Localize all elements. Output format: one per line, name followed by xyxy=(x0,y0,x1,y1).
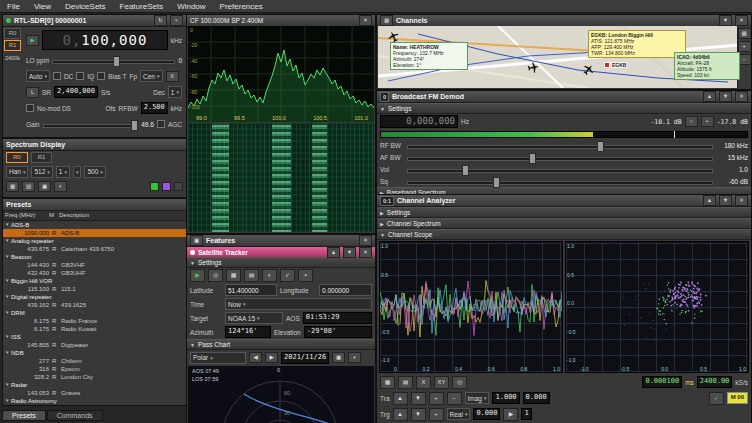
preset-row[interactable]: 143.053 R Graves xyxy=(3,389,186,397)
preset-row[interactable]: ▼ Digital repeater xyxy=(3,293,186,301)
rf-bw-slider[interactable] xyxy=(407,141,713,150)
airport-marker[interactable]: EGKB xyxy=(604,62,627,68)
preset-row[interactable]: 144.430 R GB3VHF xyxy=(3,261,186,269)
latitude-field[interactable]: 51.400000 xyxy=(225,284,277,296)
average-power-icon[interactable]: ○ xyxy=(685,116,698,127)
close-icon[interactable]: ✕ xyxy=(359,247,372,258)
channel-spectrum-header[interactable]: ▶ Channel Spectrum xyxy=(377,218,751,229)
col-freq[interactable]: Freq (MHz) xyxy=(5,211,49,220)
night-shade-icon[interactable]: ◐ xyxy=(348,352,361,363)
maxhold-toggle-icon[interactable]: ▣ xyxy=(38,181,51,192)
chart-type-combo[interactable]: Polar xyxy=(190,352,246,364)
autotrack-icon[interactable]: ◎ xyxy=(208,269,223,282)
fft-size-combo[interactable]: 512 xyxy=(31,166,52,178)
adsb-map[interactable]: Name: HEATHROW Frequency: 132.7 MHz Azim… xyxy=(378,26,750,88)
channel-scope-header[interactable]: ▼ Channel Scope xyxy=(377,229,751,240)
device-titlebar[interactable]: RTL-SDR[0] 00000001 ↻ ▪ xyxy=(3,15,186,27)
deviceset-tab-r0[interactable]: R0 xyxy=(4,28,21,39)
close-icon[interactable]: ✕ xyxy=(735,195,748,206)
volume-slider[interactable] xyxy=(407,165,713,174)
lo-ppm-slider[interactable] xyxy=(52,56,175,65)
lock-rate-button[interactable]: L xyxy=(26,87,39,98)
satellite-tracker-titlebar[interactable]: Satellite Tracker ▲ ▼ ✕ xyxy=(187,247,375,257)
fm-demod-titlebar[interactable]: 0 Broadcast FM Demod ▲ ▼ ✕ xyxy=(377,91,751,103)
rollup-down-icon[interactable]: ▼ xyxy=(719,195,732,206)
rollup-up-icon[interactable]: ▲ xyxy=(703,91,716,102)
spectrum-plot[interactable]: 0-20-40-60-80-100 99.099.5100.0100.5101.… xyxy=(188,26,374,122)
trigger-down-icon[interactable]: ▼ xyxy=(411,408,426,421)
preset-row[interactable]: ▼ NDB xyxy=(3,349,186,357)
aircraft-icon[interactable] xyxy=(527,61,540,74)
scope-xy-display[interactable]: 1.00.50.0-0.5-1.0 -1.0-0.50.00.51.0 xyxy=(565,241,749,373)
trace-projection-combo[interactable]: Imag xyxy=(465,392,490,404)
rollup-up-icon[interactable]: ▲ xyxy=(703,195,716,206)
preset-row[interactable]: 145.805 R Digipeater xyxy=(3,341,186,349)
preset-row[interactable]: ▼ Biggin Hill VOR xyxy=(3,277,186,285)
background-color-chip[interactable] xyxy=(174,182,183,191)
waterfall-display[interactable] xyxy=(188,123,374,232)
spectrum-tab-r0[interactable]: R0 xyxy=(6,152,28,163)
preset-row[interactable]: 277 R Chiltern xyxy=(3,357,186,365)
map-zoom-in-icon[interactable]: + xyxy=(738,41,751,52)
sample-rate-display[interactable]: 2,400,000 xyxy=(54,86,98,98)
trigger-up-icon[interactable]: ▲ xyxy=(393,408,408,421)
scope-grid-icon[interactable]: ▦ xyxy=(380,376,395,389)
menu-item[interactable]: FeatureSets xyxy=(113,2,171,11)
deviceset-tab-r1[interactable]: R1 xyxy=(4,40,21,51)
preset-row[interactable]: ▼ DRM xyxy=(3,309,186,317)
aircraft-info-box[interactable]: ICAO: 4d04b6 Aircraft: PA-28 Altitude: 1… xyxy=(674,52,740,80)
preset-row[interactable]: ▼ Beacon xyxy=(3,253,186,261)
close-icon[interactable]: ✕ xyxy=(735,15,748,26)
rf-bandwidth-display[interactable]: 2.500 xyxy=(141,102,168,114)
scope-xy-mode-button[interactable]: XY xyxy=(434,376,449,389)
pass-chart-header[interactable]: ▼ Pass Chart xyxy=(187,339,375,350)
preset-row[interactable]: ▼ ISS xyxy=(3,333,186,341)
longitude-field[interactable]: 0.000000 xyxy=(319,284,372,296)
menu-item[interactable]: Preferences xyxy=(213,2,270,11)
memory-index[interactable]: M 00 xyxy=(727,392,748,404)
presets-titlebar[interactable]: Presets xyxy=(3,199,186,211)
preset-row[interactable]: 439.675 R Caterham 439.6750 xyxy=(3,245,186,253)
close-icon[interactable]: ✕ xyxy=(359,235,372,246)
histogram-toggle-icon[interactable]: ▤ xyxy=(22,181,35,192)
trigger-edge-icon[interactable]: ▶ xyxy=(503,408,518,421)
menu-item[interactable]: DeviceSets xyxy=(58,2,112,11)
preset-row[interactable]: ▼ ADS-B xyxy=(3,221,186,229)
center-frequency-display[interactable]: 0,100,000 xyxy=(42,30,168,50)
trigger-add-icon[interactable]: + xyxy=(429,408,444,421)
station-info-box[interactable]: Name: HEATHROW Frequency: 132.7 MHz Azim… xyxy=(390,42,468,70)
preset-row[interactable]: ▼ Radio Astronomy xyxy=(3,397,186,405)
preset-row[interactable]: 432.430 R GB3UHF xyxy=(3,269,186,277)
dc-checkbox[interactable] xyxy=(53,72,61,80)
fft-window-combo[interactable]: Han xyxy=(6,166,28,178)
rollup-down-icon[interactable]: ▼ xyxy=(719,91,732,102)
trace-up-icon[interactable]: ▲ xyxy=(393,392,408,405)
scope-x-mode-button[interactable]: X xyxy=(416,376,431,389)
preset-row[interactable]: 439.162 R 439.1625 xyxy=(3,301,186,309)
airport-info-box[interactable]: EGKB: London Biggin Hill ATIS: 121.875 M… xyxy=(588,30,686,58)
gain-slider[interactable] xyxy=(43,120,139,129)
target-combo[interactable]: NOAA 15 xyxy=(225,312,283,324)
scope-time-window[interactable]: 0.000100 xyxy=(642,376,682,388)
preset-row[interactable]: ▼ Radar xyxy=(3,381,186,389)
trigger-count-value[interactable]: 1 xyxy=(521,408,531,420)
trace-add-icon[interactable]: + xyxy=(429,392,444,405)
col-description[interactable]: Description xyxy=(59,211,184,220)
close-icon[interactable]: ✕ xyxy=(359,15,372,26)
trigger-projection-combo[interactable]: Real xyxy=(447,408,471,420)
scope-lines-icon[interactable]: ▤ xyxy=(398,376,413,389)
bias-t-checkbox[interactable] xyxy=(97,72,105,80)
close-icon[interactable]: ✕ xyxy=(735,91,748,102)
menu-item[interactable]: View xyxy=(27,2,58,11)
averaging-count-combo[interactable]: 1 xyxy=(56,166,70,178)
trigger-level-value[interactable]: 0.000 xyxy=(473,408,500,420)
af-bw-slider[interactable] xyxy=(407,153,713,162)
trace-down-icon[interactable]: ▼ xyxy=(411,392,426,405)
today-icon[interactable]: ▣ xyxy=(332,352,345,363)
analyzer-settings-header[interactable]: ▶ Settings xyxy=(377,207,751,218)
preset-row[interactable]: 316 R Epsom xyxy=(3,365,186,373)
dark-mode-icon[interactable]: ◐ xyxy=(262,269,277,282)
averaging-mode-combo[interactable] xyxy=(73,166,82,178)
preset-row[interactable]: ▼ Analog repeater xyxy=(3,237,186,245)
menu-item[interactable]: File xyxy=(0,2,27,11)
